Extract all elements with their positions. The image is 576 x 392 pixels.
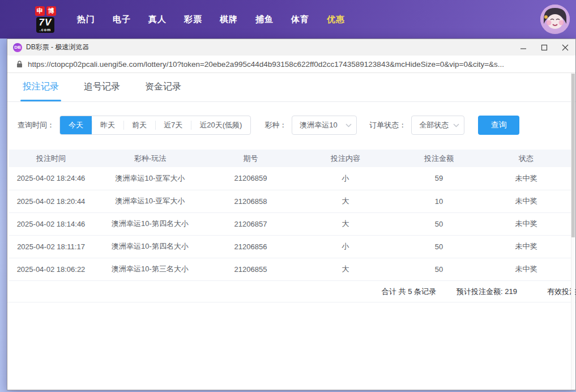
maximize-button[interactable] (534, 39, 554, 56)
table-cell: 59 (396, 167, 481, 190)
logo-domain: .com (39, 28, 52, 32)
table-cell: 小 (295, 235, 396, 258)
time-option-1[interactable]: 今天 (60, 116, 92, 135)
summary-total-count: 合计 共 5 条记录 (382, 281, 436, 302)
minimize-icon (520, 44, 527, 51)
logo-box: 7V .com (36, 17, 55, 33)
time-option-5[interactable]: 近20天(低频) (191, 116, 250, 134)
nav-item-7[interactable]: 体育 (291, 14, 309, 25)
bet-records-table: 投注时间彩种-玩法期号投注内容投注金额状态 2025-04-02 18:24:4… (8, 150, 571, 281)
table-cell: 大 (295, 258, 396, 280)
nav-item-5[interactable]: 棋牌 (220, 14, 238, 25)
chevron-down-icon (453, 123, 459, 127)
table-cell: 小 (295, 167, 396, 190)
table-cell: 未中奖 (481, 258, 571, 280)
filter-bar: 查询时间： 今天昨天前天近7天近20天(低频) 彩种： 澳洲幸运10 订单状态：… (7, 116, 575, 135)
window-title: DB彩票 - 极速浏览器 (26, 42, 89, 52)
browser-favicon-icon: DB (13, 43, 22, 52)
nav-item-6[interactable]: 捕鱼 (255, 14, 274, 25)
table-cell: 50 (396, 212, 481, 235)
table-cell: 2025-04-02 18:06:22 (8, 258, 93, 280)
table-cell: 2025-04-02 18:20:44 (8, 190, 93, 212)
avatar-illustration (540, 5, 570, 34)
table-header-row: 投注时间彩种-玩法期号投注内容投注金额状态 (8, 150, 571, 167)
table-cell: 未中奖 (481, 212, 571, 235)
nav-item-2[interactable]: 电子 (113, 14, 131, 25)
minimize-button[interactable] (513, 39, 534, 56)
maximize-icon (541, 44, 548, 51)
nav-item-1[interactable]: 热门 (77, 14, 95, 25)
nav-menu: 热门电子真人彩票棋牌捕鱼体育优惠 (77, 14, 345, 25)
tab-2[interactable]: 追号记录 (84, 81, 120, 101)
lottery-select-value: 澳洲幸运10 (300, 120, 337, 130)
user-avatar[interactable] (540, 5, 570, 34)
browser-window: DB DB彩票 - 极速浏览器 https://ctopcp02pcali.ue… (7, 39, 576, 390)
table-row: 2025-04-02 18:20:44澳洲幸运10-亚军大小21206858大1… (8, 190, 571, 212)
table-summary-row: 合计 共 5 条记录 预计投注金额: 219 有效投注 (7, 281, 575, 302)
table-cell: 2025-04-02 18:11:17 (8, 235, 93, 258)
logo-badges: 申 博 (35, 6, 56, 16)
column-header: 投注内容 (295, 150, 396, 167)
site-logo[interactable]: 申 博 7V .com (29, 6, 61, 33)
table-cell: 21206856 (207, 235, 295, 258)
table-cell: 澳洲幸运10-第三名大小 (93, 258, 207, 280)
table-body: 2025-04-02 18:24:46澳洲幸运10-亚军大小21206859小5… (8, 167, 571, 280)
table-cell: 澳洲幸运10-亚军大小 (93, 190, 207, 212)
table-row: 2025-04-02 18:24:46澳洲幸运10-亚军大小21206859小5… (8, 167, 571, 190)
time-option-3[interactable]: 前天 (123, 116, 155, 134)
table-cell: 未中奖 (481, 190, 571, 212)
column-header: 投注金额 (396, 150, 481, 167)
scrollbar-thumb[interactable] (571, 74, 575, 237)
time-filter-label: 查询时间： (18, 120, 54, 130)
tab-3[interactable]: 资金记录 (145, 81, 181, 101)
table-cell: 澳洲幸运10-第四名大小 (93, 212, 207, 235)
logo-name: 7V (39, 18, 52, 27)
table-row: 2025-04-02 18:14:46澳洲幸运10-第四名大小21206857大… (8, 212, 571, 235)
nav-item-8[interactable]: 优惠 (327, 14, 345, 25)
lock-icon (16, 60, 23, 68)
table-cell: 21206858 (207, 190, 295, 212)
tab-1[interactable]: 投注记录 (23, 81, 59, 101)
nav-item-4[interactable]: 彩票 (184, 14, 202, 25)
url-text: https://ctopcp02pcali.uengi5e.com/lotter… (28, 60, 504, 69)
lottery-select[interactable]: 澳洲幸运10 (292, 116, 357, 135)
address-bar[interactable]: https://ctopcp02pcali.uengi5e.com/lotter… (7, 56, 575, 73)
table-cell: 21206855 (207, 258, 295, 280)
table-cell: 2025-04-02 18:14:46 (8, 212, 93, 235)
table-row: 2025-04-02 18:06:22澳洲幸运10-第三名大小21206855大… (8, 258, 571, 280)
nav-item-3[interactable]: 真人 (148, 14, 167, 25)
window-titlebar: DB DB彩票 - 极速浏览器 (7, 39, 575, 56)
close-icon (562, 44, 569, 51)
table-row: 2025-04-02 18:11:17澳洲幸运10-第四名大小21206856小… (8, 235, 571, 258)
window-controls (513, 39, 575, 56)
table-cell: 21206857 (207, 212, 295, 235)
table-cell: 大 (295, 212, 396, 235)
time-option-2[interactable]: 昨天 (92, 116, 123, 134)
time-option-4[interactable]: 近7天 (155, 116, 191, 134)
table-cell: 大 (295, 190, 396, 212)
table-cell: 50 (396, 235, 481, 258)
column-header: 期号 (207, 150, 295, 167)
status-filter-label: 订单状态： (369, 120, 406, 130)
lottery-filter-label: 彩种： (264, 120, 287, 130)
table-cell: 澳洲幸运10-亚军大小 (93, 167, 207, 190)
time-filter-group: 今天昨天前天近7天近20天(低频) (59, 116, 251, 135)
chevron-down-icon (345, 123, 352, 127)
page-content: 投注记录追号记录资金记录 查询时间： 今天昨天前天近7天近20天(低频) 彩种：… (7, 73, 575, 390)
order-status-select[interactable]: 全部状态 (411, 116, 464, 135)
column-header: 投注时间 (8, 150, 93, 167)
logo-badge-1: 申 (35, 6, 45, 16)
record-tabs: 投注记录追号记录资金记录 (7, 73, 575, 102)
table-cell: 21206859 (207, 167, 295, 190)
table-cell: 50 (396, 258, 481, 280)
search-button[interactable]: 查询 (478, 116, 519, 135)
close-button[interactable] (554, 39, 575, 56)
summary-expected-amount: 预计投注金额: 219 (456, 281, 517, 302)
table-cell: 未中奖 (481, 235, 571, 258)
table-cell: 2025-04-02 18:24:46 (8, 167, 93, 190)
site-navbar: 申 博 7V .com 热门电子真人彩票棋牌捕鱼体育优惠 (0, 0, 576, 39)
column-header: 状态 (481, 150, 571, 167)
table-cell: 澳洲幸运10-第四名大小 (93, 235, 207, 258)
status-select-value: 全部状态 (419, 120, 449, 130)
page-scrollbar[interactable] (571, 73, 575, 390)
